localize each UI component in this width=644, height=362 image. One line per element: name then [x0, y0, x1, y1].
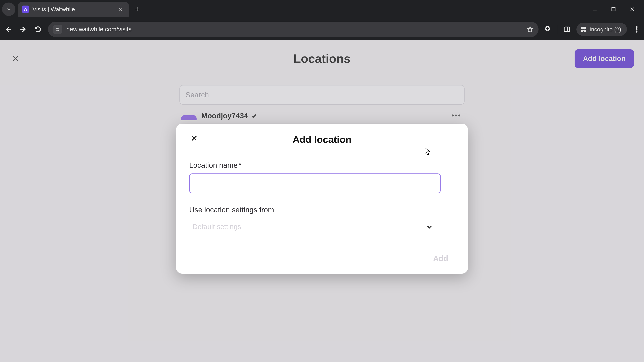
svg-rect-8 — [564, 27, 570, 32]
star-icon[interactable] — [527, 26, 534, 33]
site-info-button[interactable] — [53, 25, 62, 34]
chevron-down-icon — [426, 223, 433, 230]
tabs-search-button[interactable] — [2, 2, 16, 16]
maximize-button[interactable] — [610, 6, 617, 12]
browser-chrome: w Visits | Waitwhile ✕ + — [0, 0, 644, 40]
toolbar-divider — [557, 25, 557, 34]
incognito-icon — [580, 26, 587, 33]
sidepanel-icon[interactable] — [563, 26, 570, 33]
chevron-down-icon — [6, 7, 11, 11]
tab-close-button[interactable]: ✕ — [117, 6, 124, 12]
arrow-left-icon — [5, 26, 12, 33]
svg-point-12 — [636, 31, 637, 32]
browser-menu-button[interactable] — [633, 26, 640, 33]
window-controls — [591, 6, 642, 12]
back-button[interactable] — [4, 25, 13, 34]
incognito-indicator[interactable]: Incognito (2) — [576, 23, 627, 36]
browser-toolbar: new.waitwhile.com/visits Incognito (2) — [0, 18, 644, 40]
address-bar-actions — [527, 26, 534, 33]
svg-point-11 — [636, 29, 637, 30]
forward-button[interactable] — [18, 25, 28, 34]
svg-point-10 — [636, 26, 637, 28]
extensions-icon[interactable] — [544, 26, 551, 33]
arrow-right-icon — [20, 26, 27, 33]
modal-layer: ✕ Add location Location name* Use locati… — [0, 40, 644, 362]
page-viewport: ✕ Locations Add location Search Moodjoy7… — [0, 40, 644, 362]
toolbar-actions: Incognito (2) — [544, 23, 640, 36]
required-mark: * — [239, 161, 242, 169]
address-bar[interactable]: new.waitwhile.com/visits — [48, 22, 538, 37]
use-settings-value: Default settings — [192, 223, 241, 231]
waitwhile-favicon: w — [22, 5, 29, 13]
reload-icon — [34, 26, 42, 33]
use-settings-label: Use location settings from — [189, 206, 455, 214]
maximize-icon — [611, 6, 616, 12]
kebab-icon — [636, 26, 638, 33]
minimize-button[interactable] — [591, 6, 598, 12]
modal-title: Add location — [189, 134, 455, 145]
svg-rect-1 — [612, 7, 615, 11]
location-name-label: Location name* — [189, 161, 455, 169]
modal-close-button[interactable]: ✕ — [189, 133, 199, 143]
window-close-button[interactable] — [629, 6, 636, 12]
tab-title: Visits | Waitwhile — [32, 6, 114, 12]
location-name-input[interactable] — [189, 173, 441, 193]
reload-button[interactable] — [33, 25, 42, 34]
modal-footer: Add — [189, 254, 455, 263]
browser-tab[interactable]: w Visits | Waitwhile ✕ — [18, 2, 129, 17]
incognito-label: Incognito (2) — [590, 26, 621, 33]
new-tab-button[interactable]: + — [132, 4, 142, 14]
close-icon — [630, 6, 635, 12]
url-text: new.waitwhile.com/visits — [66, 26, 523, 33]
minimize-icon — [592, 6, 598, 12]
use-settings-select[interactable]: Default settings — [189, 218, 434, 236]
tab-strip: w Visits | Waitwhile ✕ + — [0, 0, 644, 18]
add-location-modal: ✕ Add location Location name* Use locati… — [176, 124, 468, 274]
tune-icon — [55, 27, 60, 32]
add-submit-button[interactable]: Add — [433, 254, 448, 263]
